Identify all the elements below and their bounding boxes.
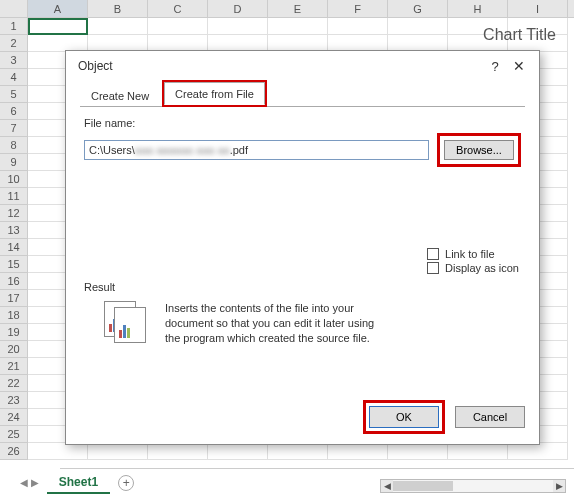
- options-group: Link to file Display as icon: [427, 246, 519, 274]
- add-sheet-button[interactable]: +: [118, 475, 134, 491]
- dialog-tabs: Create New Create from File: [66, 81, 539, 107]
- cell[interactable]: [208, 443, 268, 460]
- row-header[interactable]: 20: [0, 341, 28, 358]
- cell[interactable]: [148, 18, 208, 35]
- row-header[interactable]: 22: [0, 375, 28, 392]
- row-header[interactable]: 23: [0, 392, 28, 409]
- chart-title-placeholder[interactable]: Chart Title: [483, 26, 556, 44]
- horizontal-scrollbar[interactable]: ◀ ▶: [380, 479, 566, 493]
- file-name-input[interactable]: C:\Users\ aaa aaaaaa aaa aa .pdf: [84, 140, 429, 160]
- col-header-E[interactable]: E: [268, 0, 328, 17]
- result-preview-icon: [96, 301, 151, 346]
- sheet-tab-active[interactable]: Sheet1: [47, 472, 110, 494]
- scroll-thumb[interactable]: [393, 481, 453, 491]
- file-name-label: File name:: [84, 117, 521, 129]
- col-header-D[interactable]: D: [208, 0, 268, 17]
- scroll-right-arrow[interactable]: ▶: [553, 480, 565, 492]
- row-header[interactable]: 10: [0, 171, 28, 188]
- browse-button[interactable]: Browse...: [444, 140, 514, 160]
- help-button[interactable]: ?: [483, 59, 507, 74]
- col-header-I[interactable]: I: [508, 0, 568, 17]
- ok-button[interactable]: OK: [369, 406, 439, 428]
- object-dialog: Object ? ✕ Create New Create from File F…: [65, 50, 540, 445]
- row-header[interactable]: 7: [0, 120, 28, 137]
- cell[interactable]: [388, 443, 448, 460]
- file-name-redacted: aaa aaaaaa aaa aa: [135, 144, 230, 156]
- result-label: Result: [84, 281, 524, 293]
- cell[interactable]: [268, 443, 328, 460]
- highlight-create-from-file: Create from File: [162, 80, 267, 107]
- highlight-ok: OK: [363, 400, 445, 434]
- cell[interactable]: [328, 443, 388, 460]
- row-header[interactable]: 21: [0, 358, 28, 375]
- checkbox-icon: [427, 262, 439, 274]
- cell[interactable]: [88, 18, 148, 35]
- row-header[interactable]: 25: [0, 426, 28, 443]
- tab-create-new[interactable]: Create New: [80, 84, 160, 107]
- row-header[interactable]: 15: [0, 256, 28, 273]
- col-header-A[interactable]: A: [28, 0, 88, 17]
- link-to-file-checkbox[interactable]: Link to file: [427, 248, 519, 260]
- file-name-suffix: .pdf: [230, 144, 248, 156]
- row-header[interactable]: 17: [0, 290, 28, 307]
- display-as-icon-checkbox[interactable]: Display as icon: [427, 262, 519, 274]
- cell[interactable]: [388, 18, 448, 35]
- row-header[interactable]: 8: [0, 137, 28, 154]
- row-header[interactable]: 4: [0, 69, 28, 86]
- checkbox-icon: [427, 248, 439, 260]
- column-headers: A B C D E F G H I: [0, 0, 574, 18]
- cell[interactable]: [508, 443, 568, 460]
- display-as-icon-label: Display as icon: [445, 262, 519, 274]
- row-header[interactable]: 14: [0, 239, 28, 256]
- col-header-C[interactable]: C: [148, 0, 208, 17]
- cell[interactable]: [148, 443, 208, 460]
- dialog-buttons: OK Cancel: [363, 400, 525, 434]
- dialog-title: Object: [74, 59, 483, 73]
- row-header[interactable]: 19: [0, 324, 28, 341]
- row-header[interactable]: 6: [0, 103, 28, 120]
- dialog-titlebar: Object ? ✕: [66, 51, 539, 81]
- row-header[interactable]: 11: [0, 188, 28, 205]
- col-header-H[interactable]: H: [448, 0, 508, 17]
- highlight-browse: Browse...: [437, 133, 521, 167]
- tab-create-from-file[interactable]: Create from File: [164, 82, 265, 105]
- cancel-button[interactable]: Cancel: [455, 406, 525, 428]
- col-header-B[interactable]: B: [88, 0, 148, 17]
- tab-nav-arrows[interactable]: ◀ ▶: [20, 477, 39, 488]
- dialog-body: File name: C:\Users\ aaa aaaaaa aaa aa .…: [66, 107, 539, 177]
- cell[interactable]: [28, 18, 88, 35]
- row-header[interactable]: 5: [0, 86, 28, 103]
- row-header[interactable]: 18: [0, 307, 28, 324]
- result-section: Result Inserts the contents of the file …: [84, 281, 524, 346]
- col-header-F[interactable]: F: [328, 0, 388, 17]
- cell[interactable]: [328, 18, 388, 35]
- cell[interactable]: [28, 443, 88, 460]
- result-description: Inserts the contents of the file into yo…: [165, 301, 375, 346]
- row-header[interactable]: 26: [0, 443, 28, 460]
- file-name-prefix: C:\Users\: [89, 144, 135, 156]
- col-header-G[interactable]: G: [388, 0, 448, 17]
- row-header[interactable]: 2: [0, 35, 28, 52]
- row-header[interactable]: 12: [0, 205, 28, 222]
- cell[interactable]: [448, 443, 508, 460]
- close-button[interactable]: ✕: [507, 58, 531, 74]
- row-header[interactable]: 1: [0, 18, 28, 35]
- row-header[interactable]: 16: [0, 273, 28, 290]
- row-header[interactable]: 9: [0, 154, 28, 171]
- cell[interactable]: [88, 443, 148, 460]
- scroll-left-arrow[interactable]: ◀: [381, 480, 393, 492]
- row-header[interactable]: 13: [0, 222, 28, 239]
- cell[interactable]: [208, 18, 268, 35]
- cell[interactable]: [268, 18, 328, 35]
- row-header[interactable]: 24: [0, 409, 28, 426]
- select-all-corner[interactable]: [0, 0, 28, 17]
- link-to-file-label: Link to file: [445, 248, 495, 260]
- row-header[interactable]: 3: [0, 52, 28, 69]
